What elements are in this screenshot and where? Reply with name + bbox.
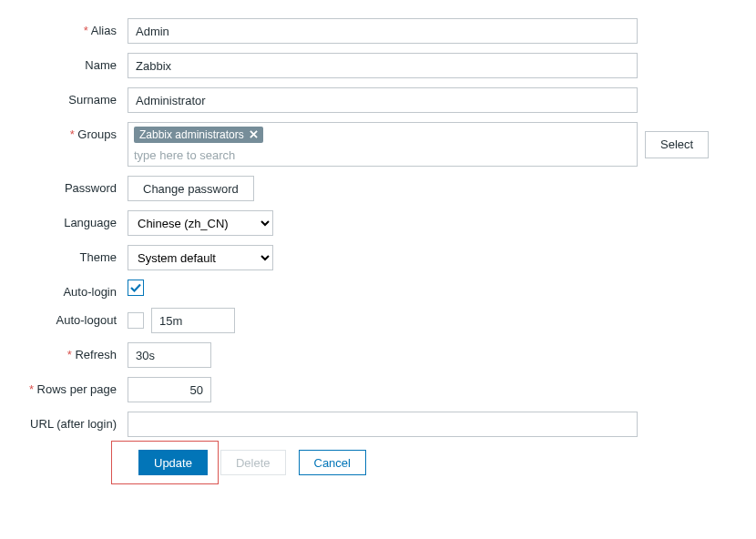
group-tag[interactable]: Zabbix administrators <box>134 127 263 143</box>
language-label: Language <box>9 210 128 229</box>
theme-label: Theme <box>9 245 128 264</box>
change-password-button[interactable]: Change password <box>128 176 254 201</box>
alias-input[interactable] <box>128 18 638 44</box>
auto-login-label: Auto-login <box>9 280 128 299</box>
update-button[interactable]: Update <box>138 450 208 475</box>
surname-label: Surname <box>9 87 128 107</box>
group-tag-label: Zabbix administrators <box>139 128 244 141</box>
refresh-label: Refresh <box>9 342 128 361</box>
check-icon <box>129 281 142 294</box>
auto-logout-checkbox[interactable] <box>128 312 144 329</box>
password-label: Password <box>9 176 128 195</box>
auto-logout-input <box>151 308 235 333</box>
rows-per-page-input[interactable] <box>128 377 211 402</box>
surname-input[interactable] <box>128 87 638 113</box>
delete-button: Delete <box>220 450 286 475</box>
auto-logout-label: Auto-logout <box>9 308 128 327</box>
groups-label: Groups <box>9 122 128 141</box>
theme-select[interactable]: System default <box>128 245 273 270</box>
groups-search-input[interactable] <box>134 145 631 164</box>
name-label: Name <box>9 53 128 72</box>
remove-tag-icon[interactable] <box>250 128 258 141</box>
cancel-button[interactable]: Cancel <box>299 450 366 475</box>
groups-multiselect[interactable]: Zabbix administrators <box>128 122 638 167</box>
refresh-input[interactable] <box>128 342 211 368</box>
url-after-login-input[interactable] <box>128 412 638 437</box>
rows-per-page-label: Rows per page <box>9 377 128 396</box>
url-after-login-label: URL (after login) <box>9 412 128 431</box>
alias-label: Alias <box>9 18 128 37</box>
language-select[interactable]: Chinese (zh_CN) <box>128 210 273 236</box>
name-input[interactable] <box>128 53 638 78</box>
select-groups-button[interactable]: Select <box>645 131 709 158</box>
auto-login-checkbox[interactable] <box>128 280 144 296</box>
